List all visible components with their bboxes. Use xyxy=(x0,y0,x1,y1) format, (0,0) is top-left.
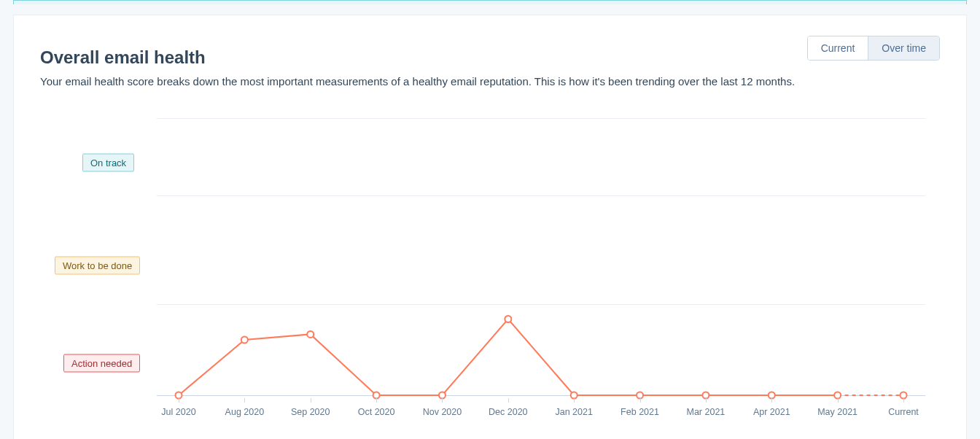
y-badge-action-needed: Action needed xyxy=(63,354,140,373)
svg-point-5 xyxy=(505,316,511,322)
x-axis-labels: Jul 2020Aug 2020Sep 2020Oct 2020Nov 2020… xyxy=(157,403,925,424)
x-axis-tick xyxy=(574,398,575,403)
plot-area xyxy=(157,118,925,395)
email-health-card: Overall email health Your email health s… xyxy=(13,15,967,439)
y-badge-on-track: On track xyxy=(82,153,134,171)
x-axis-tick xyxy=(640,398,641,403)
x-axis-tick xyxy=(244,398,245,403)
x-axis-tick xyxy=(376,398,377,403)
x-axis-tick xyxy=(311,398,311,403)
chart-line-svg xyxy=(157,118,925,395)
x-axis-tick xyxy=(771,398,772,403)
svg-point-2 xyxy=(307,331,314,338)
x-axis-label: Mar 2021 xyxy=(687,407,726,417)
x-axis-tick xyxy=(442,398,443,403)
top-banner-strip xyxy=(13,0,967,4)
x-axis-label: May 2021 xyxy=(817,407,858,417)
x-axis-tick xyxy=(508,398,509,403)
x-axis-label: Sep 2020 xyxy=(291,407,330,417)
x-axis-label: Aug 2020 xyxy=(225,407,265,417)
toggle-over-time-button[interactable]: Over time xyxy=(868,36,939,60)
card-header: Overall email health Your email health s… xyxy=(40,34,940,101)
header-text-group: Overall email health Your email health s… xyxy=(40,34,795,101)
x-axis-label: Current xyxy=(888,407,919,417)
page-subtitle: Your email health score breaks down the … xyxy=(40,75,795,88)
x-axis-label: Feb 2021 xyxy=(621,407,659,417)
x-axis-label: Oct 2020 xyxy=(358,407,395,417)
svg-point-1 xyxy=(241,337,248,343)
page-title: Overall email health xyxy=(40,47,795,68)
x-axis-tick xyxy=(706,398,707,403)
x-axis-label: Dec 2020 xyxy=(489,407,528,417)
y-badge-work-to-be-done: Work to be done xyxy=(55,256,140,274)
x-axis-label: Apr 2021 xyxy=(753,407,790,417)
x-axis-label: Jul 2020 xyxy=(161,407,195,417)
view-toggle: Current Over time xyxy=(807,36,940,61)
x-axis-label: Nov 2020 xyxy=(423,407,462,417)
x-axis-tick xyxy=(838,398,839,403)
x-axis-tick xyxy=(179,398,179,403)
toggle-current-button[interactable]: Current xyxy=(808,36,868,60)
x-axis-label: Jan 2021 xyxy=(555,407,592,417)
health-trend-chart: On track Work to be done Action needed J… xyxy=(55,118,925,424)
x-axis-tick xyxy=(903,398,904,403)
